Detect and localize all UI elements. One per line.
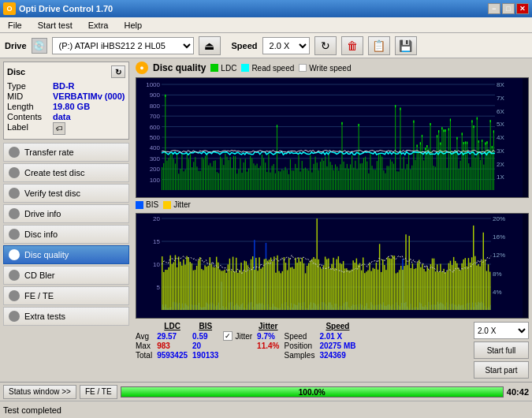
jitter-checkbox-row: ✓ Jitter [223,331,252,341]
avg-ldc: 29.57 [157,331,192,341]
cd-bler-icon [9,270,20,281]
speed-combo-selector[interactable]: 2.0 X [474,322,529,339]
disc-section: Disc ↻ Type BD-R MID VERBATIMv (000) Len… [3,62,129,140]
stats-row: LDC BIS Jitter Speed Avg 29.57 0.59 [136,322,529,379]
samples-value: 324369 [319,351,360,360]
label-icon[interactable]: 🏷 [53,122,65,135]
total-ldc: 9593425 [157,351,192,360]
menu-file[interactable]: File [3,19,27,32]
sidebar-btn-create-test-disc[interactable]: Create test disc [3,163,129,182]
max-jitter: 11.4% [257,341,284,351]
save-button[interactable]: 💾 [395,36,417,55]
position-label: Position [284,341,319,351]
minimize-button[interactable]: − [488,3,500,14]
drive-info-label: Drive info [24,209,61,218]
disc-info-icon [9,229,20,240]
start-part-button[interactable]: Start part [474,361,529,379]
verify-test-disc-label: Verify test disc [24,188,80,198]
label-label: Label [7,122,53,135]
col-bis: BIS [192,322,223,331]
jitter-label: Jitter [235,332,252,341]
fe-te-icon [9,290,20,301]
jitter-checkbox[interactable]: ✓ [223,331,233,341]
sidebar-btn-transfer-rate[interactable]: Transfer rate [3,143,129,162]
length-label: Length [7,102,53,111]
start-full-button[interactable]: Start full [474,341,529,359]
drive-selector[interactable]: (P:) ATAPI iHBS212 2 HL05 [52,37,194,54]
disc-quality-title: Disc quality [153,62,206,73]
main-content: Disc ↻ Type BD-R MID VERBATIMv (000) Len… [0,58,532,382]
drive-icon: 💿 [32,38,47,54]
eject-button[interactable]: ⏏ [199,36,221,55]
legend-read-speed: Read speed [241,64,294,73]
status-bar: Status window >> FE / TE 100.0% 40:42 [0,382,532,401]
sidebar-btn-disc-info[interactable]: Disc info [3,225,129,244]
menu-start-test[interactable]: Start test [33,19,77,32]
disc-quality-icon [9,249,20,260]
app-icon: O [3,2,16,15]
maximize-button[interactable]: □ [502,3,515,14]
menu-help[interactable]: Help [119,19,147,32]
test-completed-bar: Test completed [0,401,532,418]
title-bar: O Opti Drive Control 1.70 − □ ✕ [0,0,532,17]
legend-ldc: LDC [210,64,236,73]
time-display: 40:42 [507,387,529,397]
disc-quality-label: Disc quality [24,250,69,259]
sidebar-btn-disc-quality[interactable]: Disc quality [3,245,129,264]
create-test-disc-icon [9,167,20,178]
menu-extra[interactable]: Extra [84,19,113,32]
sidebar-nav: Transfer rateCreate test discVerify test… [3,143,129,326]
speed-selector[interactable]: 2.0 X [262,37,310,54]
avg-label: Avg [136,331,157,341]
disc-info-label: Disc info [24,230,58,239]
menu-bar: File Start test Extra Help [0,17,532,33]
refresh-button[interactable]: ↻ [314,36,337,55]
status-window-button[interactable]: Status window >> [3,385,76,399]
type-label: Type [7,81,53,91]
disc-quality-header: ● Disc quality LDC Read speed Write spee… [136,62,529,74]
legend-jitter: Jitter [163,200,191,209]
copy-button[interactable]: 📋 [368,36,390,55]
mid-value: VERBATIMv (000) [53,91,125,101]
total-label: Total [136,351,157,360]
position-value: 20275 MB [319,341,360,351]
extra-tests-icon [9,311,20,322]
sidebar-btn-cd-bler[interactable]: CD Bler [3,266,129,285]
avg-jitter: 9.7% [257,331,284,341]
sidebar-btn-fe-te[interactable]: FE / TE [3,286,129,305]
fe-te-button[interactable]: FE / TE [80,385,117,399]
drive-info-icon [9,208,20,219]
progress-bar-container: 100.0% [121,386,504,397]
erase-button[interactable]: 🗑 [341,36,363,55]
sidebar-btn-drive-info[interactable]: Drive info [3,204,129,223]
length-value: 19.80 GB [53,102,90,111]
samples-label: Samples [284,351,319,360]
col-speed: Speed [319,322,360,331]
sidebar-btn-extra-tests[interactable]: Extra tests [3,307,129,326]
create-test-disc-label: Create test disc [24,168,84,177]
extra-tests-label: Extra tests [24,312,65,321]
transfer-rate-label: Transfer rate [24,147,74,157]
disc-quality-icon: ● [136,62,148,74]
close-button[interactable]: ✕ [516,3,529,14]
total-bis: 190133 [192,351,223,360]
app-title: Opti Drive Control 1.70 [19,4,113,13]
right-panel: ● Disc quality LDC Read speed Write spee… [132,58,532,382]
action-buttons: 2.0 X Start full Start part [474,322,529,379]
sidebar-btn-verify-test-disc[interactable]: Verify test disc [3,184,129,203]
col-ldc: LDC [157,322,192,331]
fe-te-label: FE / TE [24,291,54,300]
avg-speed: 2.01 X [319,331,360,341]
cd-bler-label: CD Bler [24,271,55,280]
drive-bar: Drive 💿 (P:) ATAPI iHBS212 2 HL05 ⏏ Spee… [0,33,532,58]
disc-refresh-button[interactable]: ↻ [111,65,125,78]
top-chart [136,77,529,198]
contents-value: data [53,112,71,121]
mid-label: MID [7,91,53,101]
max-ldc: 983 [157,341,192,351]
bottom-chart-header: BIS Jitter [136,200,529,210]
sidebar: Disc ↻ Type BD-R MID VERBATIMv (000) Len… [0,58,132,382]
max-bis: 20 [192,341,223,351]
bottom-chart [136,213,529,319]
type-value: BD-R [53,81,75,91]
